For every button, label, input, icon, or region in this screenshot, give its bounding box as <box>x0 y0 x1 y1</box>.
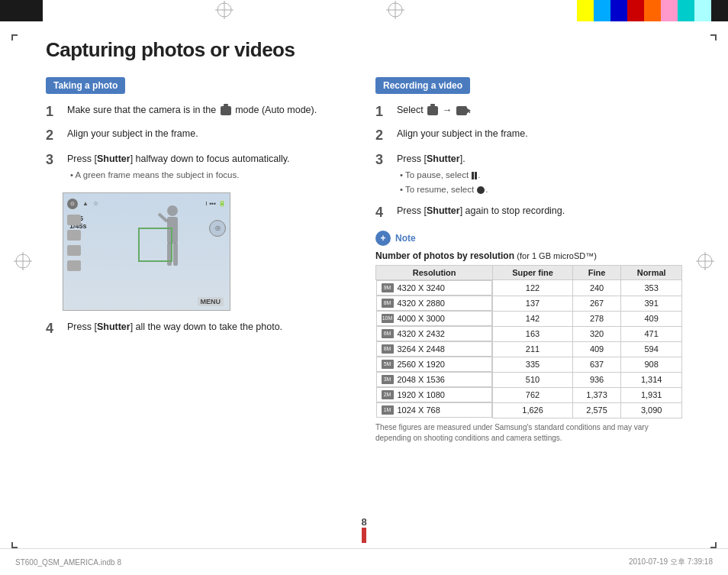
rec-bullet-2: To resume, select . <box>400 183 682 196</box>
main-content: Capturing photos or videos Taking a phot… <box>46 38 682 544</box>
res-icon: 8M <box>382 299 394 308</box>
table-footnote: These figures are measured under Samsung… <box>375 422 682 444</box>
cam-icon3: ☆ <box>93 200 98 207</box>
cell-fine: 936 <box>572 372 620 387</box>
print-mark-black2 <box>21 0 43 21</box>
cell-fine: 240 <box>572 280 620 296</box>
table-row: 2M1920 X 10807621,3731,931 <box>376 387 682 402</box>
print-marks-bar <box>0 0 728 21</box>
cell-normal: 409 <box>621 311 682 326</box>
svg-rect-19 <box>715 542 717 548</box>
table-header-row: Resolution Super fine Fine Normal <box>376 266 682 280</box>
resolution-table: Resolution Super fine Fine Normal 9M4320… <box>375 265 682 418</box>
print-mark-black-right <box>711 0 728 21</box>
res-icon: 3M <box>382 375 394 384</box>
recording-video-section: Recording a video 1 Select → . 2 Align y… <box>375 77 682 444</box>
resolution-note-title: Number of photos by resolution (for 1 GB… <box>375 250 682 261</box>
res-icon: 2M <box>382 390 394 399</box>
rec-step-1: 1 Select → . <box>375 103 682 121</box>
res-icon: 6M <box>382 329 394 338</box>
reg-mark-top-right <box>386 1 404 21</box>
svg-rect-13 <box>11 34 13 40</box>
color-swatch-red <box>627 0 644 21</box>
res-icon: 10M <box>382 314 394 323</box>
color-swatch-orange <box>644 0 661 21</box>
cell-normal: 3,090 <box>621 402 682 418</box>
rec-step-2: 2 Align your subject in the frame. <box>375 127 682 144</box>
col-fine: Fine <box>572 266 620 280</box>
cell-super-fine: 211 <box>493 341 573 357</box>
page-number-area: 8 <box>0 516 728 543</box>
res-text: 4320 X 2880 <box>398 299 445 308</box>
cam-licon-4 <box>67 260 81 271</box>
rec-step-3-bullets: To pause, select . To resume, select . <box>400 169 682 197</box>
reg-mark-left <box>14 252 32 273</box>
camera-preview-image: ⊙ ▲ ☆ I ▪▪▪ 🔋 F3.5 1/45s <box>63 192 230 311</box>
reg-mark-top-left <box>215 1 234 21</box>
bullet-1: A green frame means the subject in focus… <box>70 169 353 182</box>
svg-line-22 <box>159 214 167 221</box>
cell-fine: 1,373 <box>572 387 620 402</box>
taking-photo-section: Taking a photo 1 Make sure that the came… <box>46 77 353 444</box>
step-2: 2 Align your subject in the frame. <box>46 127 353 144</box>
col-normal: Normal <box>621 266 682 280</box>
res-text: 4000 X 3000 <box>398 314 445 323</box>
cam-licon-3 <box>67 245 81 256</box>
cell-super-fine: 510 <box>493 372 573 387</box>
step-3: 3 Press [Shutter] halfway down to focus … <box>46 151 353 183</box>
two-column-layout: Taking a photo 1 Make sure that the came… <box>46 77 682 444</box>
corner-mark-tl <box>11 34 28 53</box>
col-super-fine: Super fine <box>493 266 573 280</box>
table-row: 6M4320 X 2432163320471 <box>376 326 682 341</box>
cell-normal: 1,931 <box>621 387 682 402</box>
color-swatch-light-cyan <box>694 0 711 21</box>
svg-point-20 <box>167 205 178 216</box>
camera-screen: ⊙ ▲ ☆ I ▪▪▪ 🔋 F3.5 1/45s <box>63 193 230 310</box>
table-row: 8M4320 X 2880137267391 <box>376 296 682 311</box>
res-text: 2048 X 1536 <box>398 375 445 384</box>
page-indicator-bar <box>362 528 366 543</box>
cell-super-fine: 122 <box>493 280 573 296</box>
page-title: Capturing photos or videos <box>46 38 682 62</box>
cell-fine: 409 <box>572 341 620 357</box>
cell-fine: 267 <box>572 296 620 311</box>
taking-photo-steps: 1 Make sure that the camera is in the mo… <box>46 103 353 183</box>
camera-mode-icon <box>221 106 231 115</box>
table-row: 1M1024 X 7681,6262,5753,090 <box>376 402 682 418</box>
color-swatch-teal <box>678 0 694 21</box>
cell-fine: 2,575 <box>572 402 620 418</box>
select-video-icon <box>456 106 467 115</box>
res-text: 4320 X 3240 <box>398 283 445 292</box>
table-row: 5M2560 X 1920335637908 <box>376 357 682 372</box>
resume-icon <box>477 186 485 194</box>
note-box: + Note <box>375 231 682 246</box>
cell-normal: 353 <box>621 280 682 296</box>
color-swatch-blue <box>610 0 627 21</box>
cam-top-bar: ⊙ ▲ ☆ I ▪▪▪ 🔋 <box>67 197 226 211</box>
res-text: 2560 X 1920 <box>398 360 445 369</box>
table-row: 3M2048 X 15365109361,314 <box>376 372 682 387</box>
step-1: 1 Make sure that the camera is in the mo… <box>46 103 353 121</box>
footer-left: ST600_QSM_AMERICA.indb 8 <box>15 558 121 567</box>
cam-licon-1 <box>67 215 81 225</box>
table-row: 9M4320 X 3240122240353 <box>376 280 682 296</box>
select-camera-icon <box>427 106 438 115</box>
cell-super-fine: 1,626 <box>493 402 573 418</box>
cell-super-fine: 335 <box>493 357 573 372</box>
cell-normal: 471 <box>621 326 682 341</box>
table-row: 8M3264 X 2448211409594 <box>376 341 682 357</box>
svg-rect-15 <box>715 34 717 40</box>
footer-right: 2010-07-19 오후 7:39:18 <box>629 557 713 567</box>
step-3-bullets: A green frame means the subject in focus… <box>70 169 353 182</box>
res-text: 1920 X 1080 <box>398 390 445 399</box>
cam-battery: I ▪▪▪ 🔋 <box>205 200 226 207</box>
res-icon: 1M <box>382 405 394 415</box>
res-icon: 9M <box>382 283 394 292</box>
recording-video-header: Recording a video <box>375 77 470 94</box>
col-resolution: Resolution <box>376 266 493 280</box>
taking-photo-header: Taking a photo <box>46 77 125 94</box>
color-swatch-yellow <box>577 0 594 21</box>
recording-steps: 1 Select → . 2 Align your subject in the… <box>375 103 682 221</box>
step-4: 4 Press [Shutter] all the way down to ta… <box>46 320 353 338</box>
cell-normal: 391 <box>621 296 682 311</box>
